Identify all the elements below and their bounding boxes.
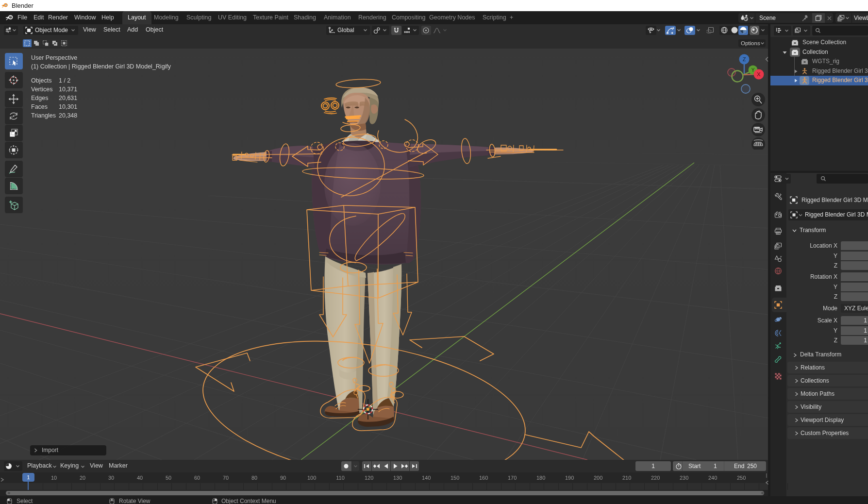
svg-text:Z: Z — [743, 56, 746, 62]
svg-text:X: X — [757, 71, 761, 77]
